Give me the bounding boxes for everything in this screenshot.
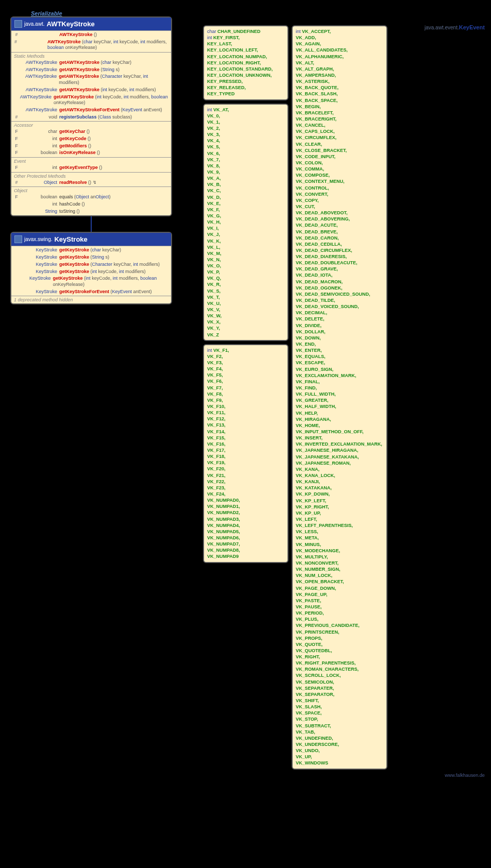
method-row: FintgetKeyEventType () [11,164,171,172]
constant: VK_F15, [207,435,284,441]
constant: VK_PAGE_UP, [296,591,383,598]
method-row: FintgetKeyCode () [11,135,171,143]
constant: VK_BACK_SLASH, [296,91,383,97]
method-name[interactable]: hashCode () [59,201,85,208]
constant: VK_INSERT, [296,435,383,441]
method-name[interactable]: getAWTKeyStroke (String s) [59,67,120,73]
method-row: #AWTKeyStroke (char keyChar, int keyCode… [11,39,171,52]
constant: VK_ESCAPE, [296,360,383,366]
constant: VK_C, [207,188,284,194]
constant: VK_LEFT, [296,516,383,522]
constant: VK_DEAD_CEDILLA, [296,241,383,247]
constant: VK_H, [207,219,284,225]
constant: VK_NUMPAD6, [207,535,284,541]
method-row: FintgetModifiers () [11,143,171,150]
constant: VK_PAGE_DOWN, [296,585,383,591]
method-name[interactable]: getAWTKeyStroke (int keyCode, int modifi… [54,94,168,106]
method-name[interactable]: getKeyCode () [59,136,91,142]
constant: VK_NUMPAD0, [207,497,284,503]
method-name[interactable]: toString () [59,209,80,215]
constant: VK_DEAD_CARON, [296,235,383,241]
method-row: #voidregisterSubclass (Class subclass) [11,114,171,121]
constant: VK_SEPARATOR, [296,691,383,697]
method-name[interactable]: getKeyEventType () [59,165,102,171]
constant: VK_7, [207,157,284,163]
method-name[interactable]: getModifiers () [59,143,91,149]
method-name[interactable]: getKeyChar () [59,129,90,135]
method-row: AWTKeyStrokegetAWTKeyStroke (String s) [11,66,171,74]
constant: VK_MINUS, [296,541,383,548]
constant: VK_9, [207,169,284,175]
constant: VK_NUMPAD4, [207,522,284,529]
method-name[interactable]: getKeyStroke (Character keyChar, int mod… [59,262,160,268]
method-row: KeyStrokegetKeyStroke (int keyCode, int … [11,268,171,276]
constant: VK_BEGIN, [296,104,383,110]
constant: VK_DEAD_TILDE, [296,297,383,303]
constant: VK_F, [207,207,284,213]
constant: VK_X, [207,319,284,325]
constant: VK_UNDEFINED, [296,735,383,741]
other-protected-section: Other Protected Methods #ObjectreadResol… [11,172,171,187]
constant: VK_F2, [207,353,284,360]
method-name[interactable]: AWTKeyStroke () [59,32,97,38]
constant: int VK_ACCEPT, [296,28,383,35]
method-name[interactable]: getKeyStroke (char keyChar) [59,247,121,253]
method-name[interactable]: readResolve () ↯ [59,180,97,186]
method-name[interactable]: getAWTKeyStroke (char keyChar) [59,60,131,66]
constant: VK_F20, [207,466,284,472]
constant: VK_CUT, [296,203,383,210]
constant: VK_2, [207,125,284,131]
constant: VK_Z [207,332,284,338]
constant: VK_UP, [296,754,383,760]
method-name[interactable]: getKeyStrokeForEvent (KeyEvent anEvent) [59,289,152,295]
constants-box-alphanum: int VK_AT,VK_0,VK_1,VK_2,VK_3,VK_4,VK_5,… [203,104,289,341]
constant: KEY_RELEASED, [207,84,284,91]
constant: VK_3, [207,131,284,138]
constant: VK_SEPARATER, [296,685,383,691]
method-row: KeyStrokegetKeyStroke (char keyChar) [11,247,171,254]
constant: VK_DEAD_DOUBLEACUTE, [296,260,383,266]
constant: VK_NUMPAD2, [207,509,284,516]
footer-link[interactable]: www.falkhausen.de [203,773,485,778]
constant: VK_K, [207,238,284,244]
constant: VK_JAPANESE_HIRAGANA, [296,447,383,453]
method-name[interactable]: getKeyStroke (String s) [59,254,109,261]
constant: VK_STOP, [296,716,383,722]
method-row: #AWTKeyStroke () [11,31,171,39]
section-label: Object [11,188,171,194]
serializable-link[interactable]: Serializable [31,10,481,16]
constant: VK_F21, [207,472,284,479]
constant: VK_BRACERIGHT, [296,116,383,122]
method-name[interactable]: getKeyStroke (int keyCode, int modifiers… [53,276,168,287]
method-name[interactable]: getKeyStroke (int keyCode, int modifiers… [59,269,146,275]
constructors-section: #AWTKeyStroke ()#AWTKeyStroke (char keyC… [11,30,171,52]
constant: VK_DELETE, [296,316,383,322]
constant: VK_KP_LEFT, [296,498,383,504]
constant: VK_SPACE, [296,710,383,716]
method-name[interactable]: getAWTKeyStroke (Character keyChar, int … [59,74,168,86]
constant: VK_FIND, [296,385,383,391]
method-name[interactable]: getAWTKeyStrokeForEvent (KeyEvent anEven… [59,107,162,113]
awtkeystroke-class: java.awt.AWTKeyStroke #AWTKeyStroke ()#A… [10,16,172,216]
object-section: Object Fbooleanequals (Object anObject)i… [11,186,171,215]
method-name[interactable]: equals (Object anObject) [59,194,111,200]
method-row: AWTKeyStrokegetAWTKeyStroke (int keyCode… [11,87,171,94]
constant: VK_B, [207,181,284,188]
pkg-label: java.awt. [24,21,44,27]
constant: VK_DECIMAL, [296,310,383,316]
constant: VK_F13, [207,422,284,428]
method-name[interactable]: AWTKeyStroke (char keyChar, int keyCode,… [47,39,168,51]
constant: VK_DEAD_SEMIVOICED_SOUND, [296,291,383,297]
deprecated-note: 1 deprecated method hidden [11,296,171,303]
constant: int VK_AT, [207,107,284,113]
method-name[interactable]: getAWTKeyStroke (int keyCode, int modifi… [59,87,156,93]
constant: VK_BACK_SPACE, [296,97,383,104]
constant: VK_DEAD_BREVE, [296,229,383,235]
method-name[interactable]: registerSubclass (Class subclass) [59,114,132,121]
constant: VK_NUMPAD8, [207,547,284,553]
constant: int KEY_FIRST, [207,35,284,41]
method-name[interactable]: isOnKeyRelease () [59,150,100,156]
constant: VK_EXCLAMATION_MARK, [296,372,383,379]
constant: VK_COLON, [296,160,383,166]
keystroke-header: javax.swing.KeyStroke [11,233,171,246]
